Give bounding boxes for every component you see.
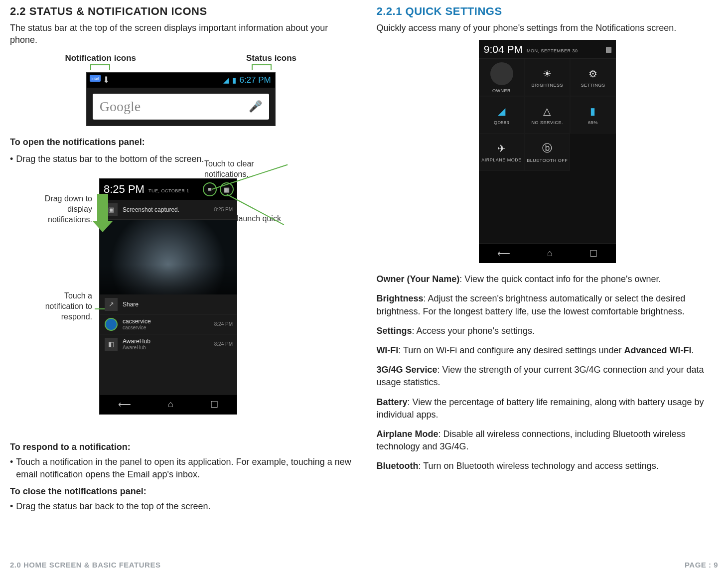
intel-icon <box>105 318 118 331</box>
clock-text: 6:27 PM <box>239 75 271 85</box>
notification-timestamp: 8:24 PM <box>214 341 233 347</box>
intel-badge-icon: intel <box>90 75 101 82</box>
bullet-respond: •Touch a notification in the panel to op… <box>10 456 352 480</box>
tile-brightness[interactable]: ☀ BRIGHTNESS <box>524 59 570 96</box>
recent-icon[interactable]: ☐ <box>210 399 218 410</box>
tile-owner[interactable]: OWNER <box>479 59 525 96</box>
tile-wifi[interactable]: ◢ QD583 <box>479 96 525 134</box>
clear-icon: ≡ <box>208 186 212 193</box>
heading-status-icons: 2.2 STATUS & NOTIFICATION ICONS <box>10 5 352 18</box>
battery-icon: ▮ <box>232 76 236 85</box>
bullet-close-panel-text: Drag the status bar back to the top of t… <box>16 500 210 512</box>
notifications-toggle-icon[interactable]: ▤ <box>605 45 612 53</box>
share-icon: ↗ <box>105 298 118 311</box>
figure-quick-settings: 9:04 PM MON, SEPTEMBER 30 ▤ OWNER ☀ BRIG… <box>479 40 616 263</box>
notif-date: TUE, OCTOBER 1 <box>148 188 189 193</box>
footer-page-number: PAGE : 9 <box>685 561 718 569</box>
intro-text: The status bar at the top of the screen … <box>10 22 352 46</box>
bullet-respond-text: Touch a notification in the panel to ope… <box>16 456 351 480</box>
page-footer: 2.0 HOME SCREEN & BASIC FEATURES PAGE : … <box>10 561 718 569</box>
wifi-icon: ◢ <box>498 105 506 117</box>
android-nav-bar: ⟵ ⌂ ☐ <box>100 394 237 414</box>
google-search-bar[interactable]: Google 🎤 <box>93 94 269 120</box>
tile-bluetooth[interactable]: ⓑ BLUETOOTH OFF <box>524 134 570 171</box>
notification-subtitle: cacservice <box>123 325 151 330</box>
quick-settings-intro: Quickly access many of your phone's sett… <box>377 22 719 34</box>
notification-row-cacservice[interactable]: cacservice cacservice 8:24 PM <box>100 314 237 334</box>
heading-quick-settings: 2.2.1 QUICK SETTINGS <box>377 5 719 18</box>
mic-icon[interactable]: 🎤 <box>249 100 262 113</box>
notification-timestamp: 8:25 PM <box>214 207 233 212</box>
tile-settings[interactable]: ⚙ SETTINGS <box>570 59 616 96</box>
qs-tiles: OWNER ☀ BRIGHTNESS ⚙ SETTINGS ◢ QD583 <box>479 59 616 171</box>
download-icon: ⬇ <box>103 75 110 85</box>
status-bar[interactable]: intel ⬇ ◢ ▮ 6:27 PM <box>87 73 275 88</box>
app-icon: ◧ <box>105 338 118 351</box>
settings-slider-icon: ⚙ <box>588 68 598 80</box>
tile-bluetooth-label: BLUETOOTH OFF <box>527 158 568 163</box>
qs-date: MON, SEPTEMBER 30 <box>527 48 578 53</box>
def-bluetooth: Bluetooth: Turn on Bluetooth wireless te… <box>377 460 719 472</box>
tile-airplane-label: AIRPLANE MODE <box>481 157 522 162</box>
tile-service-label: NO SERVICE. <box>532 120 563 125</box>
grid-icon: ▦ <box>224 186 230 193</box>
notification-title: Screenshot captured. <box>123 206 179 213</box>
clear-notifications-button[interactable]: ≡ <box>203 182 217 196</box>
bullet-open-panel: •Drag the status bar to the bottom of th… <box>10 153 204 165</box>
notification-title: cacservice <box>123 318 151 325</box>
tile-battery-label: 65% <box>588 120 598 125</box>
tile-settings-label: SETTINGS <box>581 83 605 88</box>
def-owner: Owner (Your Name): View the quick contac… <box>377 273 719 286</box>
def-airplane: Airplane Mode: Disable all wireless conn… <box>377 428 719 453</box>
tile-service[interactable]: △ NO SERVICE. <box>524 96 570 134</box>
callout-drag-down: Drag down to display notifications. <box>27 194 92 225</box>
def-service: 3G/4G Service: View the strength of your… <box>377 364 719 389</box>
back-icon[interactable]: ⟵ <box>118 399 131 410</box>
tile-wifi-label: QD583 <box>494 120 509 125</box>
bullet-close-panel: •Drag the status bar back to the top of … <box>10 500 352 512</box>
qs-empty-area <box>479 171 616 243</box>
qs-time: 9:04 PM <box>484 43 523 55</box>
notification-row-screenshot[interactable]: ▣ Screenshot captured. 8:25 PM <box>100 200 237 220</box>
airplane-icon: ✈ <box>497 143 506 154</box>
tile-owner-label: OWNER <box>492 88 511 93</box>
def-brightness: Brightness: Adjust the screen's brightne… <box>377 292 719 317</box>
recent-icon[interactable]: ☐ <box>589 248 597 259</box>
brightness-icon: ☀ <box>543 68 552 80</box>
arrow-down-icon <box>97 194 113 232</box>
notifications-header[interactable]: 8:25 PM TUE, OCTOBER 1 ≡ ▦ <box>100 179 237 200</box>
subheading-close-panel: To close the notifications panel: <box>10 485 352 497</box>
notification-preview-image <box>100 220 237 294</box>
bluetooth-icon: ⓑ <box>542 142 553 155</box>
tile-airplane[interactable]: ✈ AIRPLANE MODE <box>479 134 525 171</box>
notification-row-awarehub[interactable]: ◧ AwareHub AwareHub 8:24 PM <box>100 334 237 354</box>
android-nav-bar: ⟵ ⌂ ☐ <box>479 243 616 263</box>
signal-icon: △ <box>543 105 551 117</box>
notification-timestamp: 8:24 PM <box>214 321 233 327</box>
qs-header[interactable]: 9:04 PM MON, SEPTEMBER 30 ▤ <box>479 40 616 59</box>
figure-notifications-panel: 8:25 PM TUE, OCTOBER 1 ≡ ▦ ▣ Screenshot … <box>100 179 237 414</box>
home-icon[interactable]: ⌂ <box>547 248 553 259</box>
notification-subtitle: AwareHub <box>123 345 150 350</box>
subheading-respond: To respond to a notification: <box>10 441 352 453</box>
tile-empty <box>570 134 616 171</box>
home-icon[interactable]: ⌂ <box>168 399 173 410</box>
share-row[interactable]: ↗ Share <box>100 294 237 314</box>
bullet-open-panel-text: Drag the status bar to the bottom of the… <box>16 153 204 165</box>
avatar-icon <box>490 62 513 85</box>
callout-touch-notification: Touch a notification to respond. <box>27 291 92 322</box>
def-wifi: Wi-Fi: Turn on Wi-Fi and configure any d… <box>377 344 719 357</box>
notification-title: AwareHub <box>123 338 150 345</box>
tile-brightness-label: BRIGHTNESS <box>531 83 563 88</box>
google-logo: Google <box>100 99 141 115</box>
back-icon[interactable]: ⟵ <box>497 248 510 259</box>
def-settings: Settings: Access your phone's settings. <box>377 325 719 337</box>
left-column: 2.2 STATUS & NOTIFICATION ICONS The stat… <box>10 0 352 518</box>
tile-battery[interactable]: ▮ 65% <box>570 96 616 134</box>
label-notification-icons: Notification icons <box>65 53 136 63</box>
def-battery: Battery: View the percentage of battery … <box>377 396 719 421</box>
figure1-labels: Notification icons Status icons <box>10 53 352 63</box>
footer-chapter: 2.0 HOME SCREEN & BASIC FEATURES <box>10 561 160 569</box>
right-column: 2.2.1 QUICK SETTINGS Quickly access many… <box>377 0 719 518</box>
figure-statusbar: intel ⬇ ◢ ▮ 6:27 PM Google 🎤 <box>86 72 276 126</box>
